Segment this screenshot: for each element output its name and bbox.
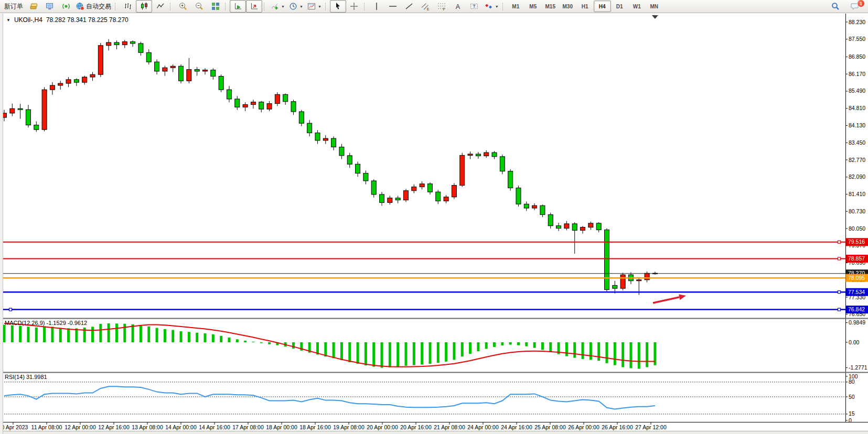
toolbar-group: ▼▼▼ bbox=[262, 0, 324, 13]
candlestick bbox=[596, 223, 601, 230]
chevron-down-icon[interactable]: ▼ bbox=[318, 5, 322, 8]
chart-shift-button[interactable] bbox=[246, 0, 262, 13]
candlestick bbox=[26, 110, 30, 125]
svg-text:20 Apr 16:00: 20 Apr 16:00 bbox=[400, 424, 432, 430]
toolbar-group: EFAT▼ bbox=[362, 0, 501, 13]
candlestick bbox=[267, 104, 272, 110]
vertical-line-button[interactable] bbox=[369, 0, 385, 13]
toolbar-separator bbox=[170, 3, 173, 10]
bars-icon bbox=[124, 2, 132, 10]
crosshair-icon bbox=[350, 2, 358, 10]
line-handle[interactable] bbox=[838, 241, 841, 243]
candlestick-chart-button[interactable] bbox=[136, 0, 152, 13]
candlestick bbox=[90, 74, 95, 77]
candlestick bbox=[98, 46, 103, 74]
tf-M15-button[interactable]: M15 bbox=[542, 1, 559, 12]
svg-text:84.130: 84.130 bbox=[849, 122, 865, 128]
toolbar-right-tools: 1 bbox=[827, 0, 863, 13]
candlestick bbox=[42, 90, 47, 129]
chevron-down-icon[interactable]: ▼ bbox=[495, 5, 499, 8]
candlestick bbox=[299, 112, 304, 123]
candlestick bbox=[637, 280, 641, 281]
svg-text:50: 50 bbox=[849, 394, 855, 400]
line-handle[interactable] bbox=[838, 257, 841, 260]
zoom-in-button[interactable] bbox=[175, 0, 191, 13]
text-label-button[interactable]: T bbox=[466, 0, 483, 13]
signals-button[interactable] bbox=[58, 0, 74, 13]
svg-text:85.490: 85.490 bbox=[849, 88, 865, 94]
arrow-objects-button[interactable]: ▼ bbox=[483, 0, 501, 13]
tile-windows-button[interactable] bbox=[207, 0, 223, 13]
templates-button[interactable]: ▼ bbox=[305, 0, 324, 13]
svg-text:83.450: 83.450 bbox=[849, 139, 865, 146]
fibo-icon: F bbox=[437, 2, 446, 10]
text-button[interactable]: A bbox=[450, 0, 466, 13]
notifications-button[interactable]: 1 bbox=[846, 0, 863, 13]
svg-text:76.842: 76.842 bbox=[848, 306, 865, 312]
tf-W1-button[interactable]: W1 bbox=[628, 1, 646, 12]
tf-M30-button[interactable]: M30 bbox=[559, 1, 576, 12]
cursor-button[interactable] bbox=[330, 0, 346, 13]
candlestick bbox=[476, 154, 480, 156]
candlestick bbox=[339, 147, 344, 155]
chevron-down-icon[interactable]: ▼ bbox=[299, 5, 303, 8]
line-handle[interactable] bbox=[9, 308, 12, 311]
candlestick bbox=[235, 99, 240, 107]
svg-text:E: E bbox=[427, 7, 430, 11]
candlestick bbox=[524, 204, 529, 208]
zoomout-icon bbox=[195, 2, 203, 10]
candlestick bbox=[452, 186, 456, 197]
tf-H4-button[interactable]: H4 bbox=[594, 1, 611, 12]
toolbar-group bbox=[168, 0, 223, 13]
tf-H1-button[interactable]: H1 bbox=[576, 1, 594, 12]
horizontal-line-button[interactable] bbox=[385, 0, 401, 13]
tf-D1-button[interactable]: D1 bbox=[611, 1, 628, 12]
candlestick bbox=[356, 164, 360, 173]
zoom-out-button[interactable] bbox=[191, 0, 207, 13]
candlestick bbox=[18, 108, 23, 110]
svg-text:A: A bbox=[456, 3, 460, 10]
candlestick bbox=[588, 223, 593, 227]
toolbar-separator bbox=[115, 3, 117, 10]
candlestick bbox=[163, 68, 167, 71]
svg-text:78.857: 78.857 bbox=[848, 255, 865, 262]
chart-canvas[interactable]: 88.23087.55086.85086.17085.49084.81084.1… bbox=[0, 14, 868, 434]
tf-MN-button[interactable]: MN bbox=[646, 1, 663, 12]
indicators-list-button[interactable]: ▼ bbox=[269, 0, 287, 13]
chevron-down-icon[interactable]: ▼ bbox=[281, 5, 285, 8]
candlestick bbox=[82, 77, 87, 82]
candlestick bbox=[331, 138, 336, 147]
arrows-icon bbox=[485, 2, 493, 10]
chart-collapse-icon[interactable]: ▼ bbox=[6, 18, 10, 23]
candlestick bbox=[138, 44, 143, 52]
fibonacci-retracement-button[interactable]: F bbox=[434, 0, 450, 13]
svg-text:0.00: 0.00 bbox=[849, 339, 860, 345]
candlestick bbox=[291, 102, 296, 112]
linechart-icon bbox=[156, 2, 165, 10]
candlestick bbox=[131, 42, 135, 44]
equidistant-channel-button[interactable]: E bbox=[417, 0, 434, 13]
auto-scroll-button[interactable] bbox=[230, 0, 246, 13]
autotrading-button[interactable]: 自动交易 bbox=[74, 0, 113, 13]
svg-text:87.550: 87.550 bbox=[849, 36, 865, 42]
svg-text:12 Apr 00:00: 12 Apr 00:00 bbox=[65, 424, 96, 430]
new-order-button[interactable]: 新订单 bbox=[2, 0, 25, 13]
bar-chart-button[interactable] bbox=[120, 0, 136, 13]
line-handle[interactable] bbox=[838, 308, 841, 311]
candlestick bbox=[508, 171, 513, 188]
line-handle[interactable] bbox=[838, 291, 841, 294]
svg-text:13 Apr 08:00: 13 Apr 08:00 bbox=[132, 424, 163, 430]
trendline-button[interactable] bbox=[401, 0, 417, 13]
market-watch-button[interactable] bbox=[41, 0, 58, 13]
line-chart-button[interactable] bbox=[152, 0, 168, 13]
metaeditor-button[interactable] bbox=[25, 0, 41, 13]
new-order-label: 新订单 bbox=[4, 2, 23, 11]
candlestick bbox=[605, 230, 609, 289]
tf-M1-button[interactable]: M1 bbox=[507, 1, 524, 12]
crosshair-button[interactable] bbox=[346, 0, 362, 13]
tf-M5-button[interactable]: M5 bbox=[524, 1, 542, 12]
candlestick bbox=[436, 192, 441, 201]
toolbar-separator bbox=[225, 3, 228, 10]
search-button[interactable] bbox=[827, 0, 843, 13]
periods-button[interactable]: ▼ bbox=[287, 0, 305, 13]
